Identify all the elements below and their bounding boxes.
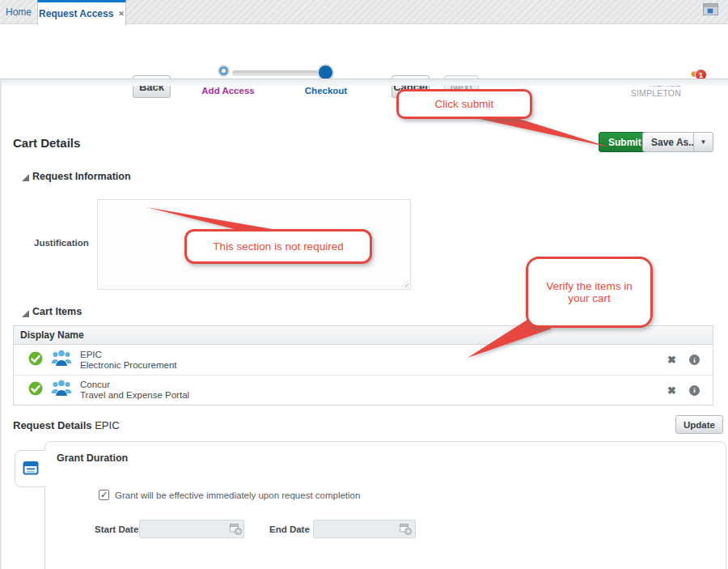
content-left-border xyxy=(0,79,2,569)
disclosure-triangle-icon[interactable] xyxy=(22,174,29,181)
train-stop-add-access[interactable] xyxy=(219,66,228,75)
request-information-title: Request Information xyxy=(32,171,131,182)
request-access-page: Home Request Access ✕ Back Add Access Ch… xyxy=(0,0,728,569)
disclosure-triangle-icon[interactable] xyxy=(22,310,29,317)
train-label-checkout: Checkout xyxy=(297,86,355,96)
request-details-title: Request Details xyxy=(13,419,92,431)
request-details-header: Request Details EPIC xyxy=(13,419,120,431)
date-picker-icon xyxy=(400,523,412,535)
entitlement-group-icon xyxy=(51,380,72,401)
item-info-icon[interactable]: i xyxy=(689,385,700,396)
update-button[interactable]: Update xyxy=(675,415,723,434)
item-name: EPIC xyxy=(80,350,177,360)
status-check-icon xyxy=(28,351,43,369)
display-name-column-header: Display Name xyxy=(14,326,713,345)
entitlement-group-icon xyxy=(51,350,72,371)
tab-request-access-label: Request Access xyxy=(39,8,113,19)
callout-verify-cart: Verify the items in your cart xyxy=(526,257,653,328)
start-date-input xyxy=(139,520,244,538)
grant-duration-panel xyxy=(44,441,726,569)
cart-items-title: Cart Items xyxy=(32,306,82,317)
justification-label: Justification xyxy=(34,238,89,248)
item-description: Electronic Procurement xyxy=(80,360,177,371)
callout-tail xyxy=(463,117,612,151)
tab-close-icon[interactable]: ✕ xyxy=(118,10,125,18)
checkbox-check-icon: ✓ xyxy=(100,490,108,499)
save-as-dropdown-button[interactable]: ▼ xyxy=(693,132,713,152)
tab-bar: Home Request Access ✕ xyxy=(0,0,728,24)
train-label-add-access: Add Access xyxy=(196,86,260,96)
status-check-icon xyxy=(28,381,43,399)
grant-duration-tab[interactable] xyxy=(15,450,46,487)
item-description: Travel and Expense Portal xyxy=(80,390,189,401)
callout-click-submit: Click submit xyxy=(396,89,532,119)
grant-duration-title: Grant Duration xyxy=(57,452,128,464)
request-details-item: EPIC xyxy=(95,419,119,431)
end-date-label: End Date xyxy=(269,524,310,534)
item-info-icon[interactable]: i xyxy=(689,355,700,365)
immediate-grant-label: Grant will be effective immediately upon… xyxy=(115,490,360,500)
calendar-icon xyxy=(23,460,39,478)
remove-item-icon[interactable]: ✖ xyxy=(667,384,676,397)
toolbar: Back Add Access Checkout Cancel Next MER… xyxy=(0,24,728,79)
tab-home[interactable]: Home xyxy=(0,0,37,24)
page-title: Cart Details xyxy=(13,136,80,150)
tab-request-access[interactable]: Request Access ✕ xyxy=(37,0,126,25)
immediate-grant-checkbox[interactable]: ✓ xyxy=(99,490,109,500)
train-stop-checkout[interactable] xyxy=(319,66,332,79)
cart-item-row-epic[interactable]: EPIC Electronic Procurement ✖ i xyxy=(14,345,713,375)
item-name: Concur xyxy=(80,380,189,390)
start-date-label: Start Date xyxy=(95,524,138,534)
window-panel-icon[interactable] xyxy=(703,3,718,15)
remove-item-icon[interactable]: ✖ xyxy=(667,354,676,366)
cart-items-table: Display Name EPIC E xyxy=(13,325,713,406)
cart-item-row-concur[interactable]: Concur Travel and Expense Portal ✖ i xyxy=(14,375,713,405)
date-picker-icon xyxy=(230,523,242,535)
callout-tail xyxy=(142,204,276,232)
dropdown-arrow-icon: ▼ xyxy=(700,138,707,146)
toolbar-shadow xyxy=(0,79,728,86)
callout-section-not-required: This section is not required xyxy=(184,229,372,264)
train-track xyxy=(232,70,321,76)
